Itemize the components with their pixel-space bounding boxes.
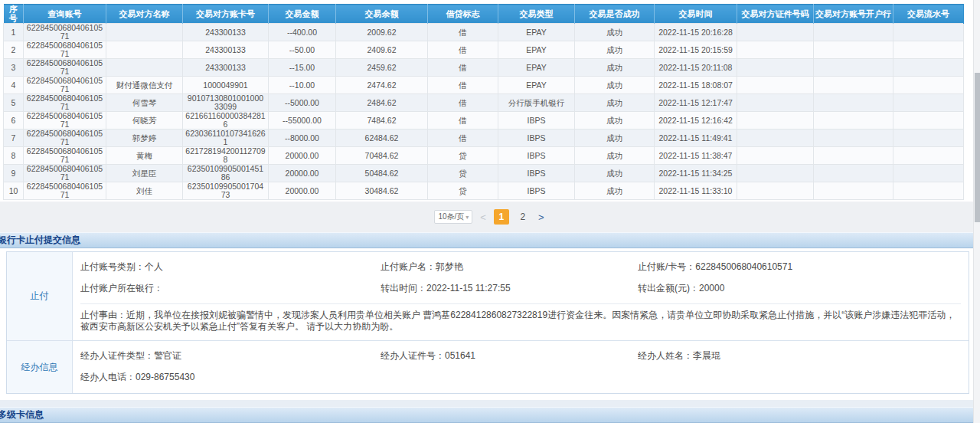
table-cell (737, 182, 814, 200)
table-cell: IBPS (498, 182, 575, 200)
field-card-no: 止付账/卡号：6228450068040610571 (638, 261, 961, 274)
table-cell: --10.00 (269, 77, 336, 94)
page-size-label: 10条/页 (438, 212, 464, 222)
table-cell: IBPS (498, 147, 575, 165)
column-header: 交易金额 (269, 5, 336, 24)
table-cell: 借 (428, 24, 498, 41)
table-cell: EPAY (498, 59, 575, 77)
table-cell (893, 24, 964, 41)
column-header: 交易对方账号开户行 (814, 5, 893, 24)
table-cell (893, 77, 964, 94)
vertical-scrollbar[interactable] (973, 0, 980, 423)
table-cell: EPAY (498, 41, 575, 59)
table-cell (106, 59, 183, 77)
table-row[interactable]: 96228450068040610571刘星臣62350109905001451… (4, 165, 964, 182)
group-label-operator-info: 经办信息 (7, 340, 73, 393)
table-cell (737, 130, 814, 147)
table-cell: 成功 (575, 147, 655, 165)
field-operator-id-type: 经办人证件类型：警官证 (80, 349, 381, 362)
field-account-type: 止付账号类别：个人 (80, 261, 381, 274)
table-cell: IBPS (498, 130, 575, 147)
table-cell: 借 (428, 130, 498, 147)
table-cell: 9 (4, 165, 24, 182)
stop-payment-panel: 止付 止付账号类别：个人 止付账户名：郭梦艳 止付账/卡号：6228450068… (0, 248, 980, 400)
page-button-2[interactable]: 2 (515, 209, 531, 225)
table-cell: 6228450068040610571 (24, 77, 106, 94)
table-cell: 2409.62 (336, 41, 428, 59)
table-cell: 9010713080100100033099 (183, 94, 269, 112)
table-cell (814, 147, 893, 165)
table-cell (106, 24, 183, 41)
table-cell (737, 59, 814, 77)
table-cell: 成功 (575, 59, 655, 77)
table-cell: 70484.62 (336, 147, 428, 165)
field-bank: 止付账户所在银行： (80, 282, 381, 295)
column-header: 交易对方账卡号 (183, 5, 269, 24)
table-cell (814, 24, 893, 41)
table-cell (893, 147, 964, 165)
table-cell (893, 94, 964, 112)
table-cell: 成功 (575, 182, 655, 200)
table-cell: 6228450068040610571 (24, 182, 106, 200)
prev-page-button[interactable]: < (479, 212, 488, 223)
table-cell: 2022-11-15 11:33:10 (655, 182, 737, 200)
table-cell: --15.00 (269, 59, 336, 77)
table-row[interactable]: 56228450068040610571何雪琴90107130801001000… (4, 94, 964, 112)
stop-payment-section-title: 银行卡止付提交信息 (0, 234, 80, 247)
table-cell: 6228450068040610571 (24, 130, 106, 147)
table-row[interactable]: 86228450068040610571黄梅621728194200112709… (4, 147, 964, 165)
pagination: 10条/页 ▾ < 1 2 > (0, 202, 980, 232)
table-cell: 2022-11-15 18:08:07 (655, 77, 737, 94)
table-row[interactable]: 36228450068040610571243300133--15.002459… (4, 59, 964, 77)
table-cell: 243300133 (183, 59, 269, 77)
table-cell (737, 94, 814, 112)
scrollbar-thumb[interactable] (975, 73, 980, 222)
table-cell (814, 77, 893, 94)
table-cell: 成功 (575, 24, 655, 41)
table-cell: 6228450068040610571 (24, 112, 106, 130)
chevron-down-icon: ▾ (466, 214, 469, 221)
table-row[interactable]: 26228450068040610571243300133--50.002409… (4, 41, 964, 59)
table-cell (893, 165, 964, 182)
column-header: 交易流水号 (893, 5, 964, 24)
table-cell (893, 182, 964, 200)
table-cell: 6228450068040610571 (24, 94, 106, 112)
table-cell: 贷 (428, 182, 498, 200)
table-cell: 2022-11-15 11:38:47 (655, 147, 737, 165)
table-cell: 借 (428, 112, 498, 130)
table-cell: 郭梦婷 (106, 130, 183, 147)
table-row[interactable]: 66228450068040610571何晓芳62166116000038428… (4, 112, 964, 130)
stop-payment-reason: 止付事由：近期，我单位在接报刘妮被骗警情中，发现涉案人员利用贵单位相关账户 曹鸿… (80, 303, 961, 334)
table-cell: 6228450068040610571 (24, 59, 106, 77)
table-cell: 2022-11-15 12:16:42 (655, 112, 737, 130)
table-cell: 2009.62 (336, 24, 428, 41)
table-cell: EPAY (498, 24, 575, 41)
table-cell (737, 165, 814, 182)
table-cell: 刘佳 (106, 182, 183, 200)
header-row: 序号查询账号交易对方名称交易对方账卡号交易金额交易余额借贷标志交易类型交易是否成… (4, 5, 964, 24)
table-row[interactable]: 106228450068040610571刘佳62350109905001704… (4, 182, 964, 200)
table-cell: 成功 (575, 130, 655, 147)
table-row[interactable]: 76228450068040610571郭梦婷62303611010734162… (4, 130, 964, 147)
table-cell: 10 (4, 182, 24, 200)
multi-card-section-title: 多级卡信息 (0, 408, 44, 421)
table-cell (814, 182, 893, 200)
page-size-select[interactable]: 10条/页 ▾ (434, 210, 472, 224)
field-transfer-time: 转出时间：2022-11-15 11:27:55 (381, 282, 638, 295)
table-cell: 6216611600003842816 (183, 112, 269, 130)
table-cell (893, 130, 964, 147)
table-row[interactable]: 46228450068040610571财付通微信支付1000049901--1… (4, 77, 964, 94)
group-label-stop-payment: 止付 (7, 252, 73, 340)
table-cell (106, 41, 183, 59)
next-page-button[interactable]: > (537, 212, 546, 223)
table-cell: 3 (4, 59, 24, 77)
table-row[interactable]: 16228450068040610571243300133--400.00200… (4, 24, 964, 41)
table-cell: 62484.62 (336, 130, 428, 147)
column-header: 交易对方证件号码 (737, 5, 814, 24)
table-cell: 8 (4, 147, 24, 165)
table-cell: 1 (4, 24, 24, 41)
table-cell (893, 41, 964, 59)
page-button-1[interactable]: 1 (494, 209, 509, 225)
table-cell: 7 (4, 130, 24, 147)
table-cell: 30484.62 (336, 182, 428, 200)
